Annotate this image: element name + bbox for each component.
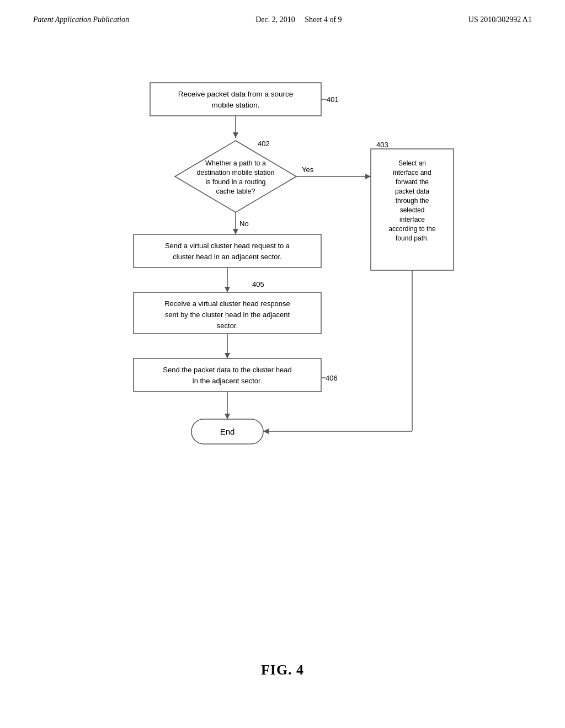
node-401: Receive packet data from a source mobile… [150,83,339,116]
page-header: Patent Application Publication Dec. 2, 2… [0,0,565,24]
svg-marker-7 [175,141,296,212]
svg-text:mobile station.: mobile station. [211,101,259,109]
flowchart-svg: Receive packet data from a source mobile… [89,77,476,574]
svg-text:through the: through the [396,197,429,205]
svg-text:interface and: interface and [393,169,431,176]
svg-text:cluster head in an adjacent se: cluster head in an adjacent sector. [173,253,281,261]
svg-text:cache table?: cache table? [216,188,255,195]
svg-rect-31 [134,234,321,267]
svg-text:selected: selected [400,206,425,214]
svg-text:destination mobile station: destination mobile station [196,169,274,176]
svg-text:Receive packet data from a sou: Receive packet data from a source [178,90,294,98]
svg-marker-49 [225,414,230,419]
svg-text:sector.: sector. [217,322,238,330]
svg-marker-28 [233,229,238,234]
svg-marker-54 [263,429,269,434]
svg-text:is found in a routing: is found in a routing [205,178,265,186]
svg-text:Send a virtual cluster head re: Send a virtual cluster head request to a [165,242,290,250]
svg-text:402: 402 [258,140,270,148]
svg-marker-6 [233,132,238,138]
svg-text:in the adjacent sector.: in the adjacent sector. [193,377,262,385]
svg-text:401: 401 [327,95,339,104]
svg-text:forward the: forward the [396,178,429,186]
svg-text:sent by the cluster head in th: sent by the cluster head in the adjacent [165,311,290,319]
svg-text:Whether a path to a: Whether a path to a [205,159,266,167]
svg-text:Select an: Select an [398,159,426,167]
node-406: Send the packet data to the cluster head… [134,358,338,392]
figure-caption: FIG. 4 [261,662,304,678]
svg-rect-0 [150,83,321,116]
header-date-sheet: Dec. 2, 2010 Sheet 4 of 9 [255,15,342,24]
svg-text:End: End [220,427,235,436]
header-publication-label: Patent Application Publication [33,15,129,24]
svg-marker-14 [365,174,371,179]
svg-marker-35 [225,287,230,292]
node-402: Whether a path to a destination mobile s… [175,140,296,212]
svg-text:Yes: Yes [302,165,314,174]
diagram-area: Receive packet data from a source mobile… [0,77,565,601]
svg-text:406: 406 [326,374,338,382]
svg-text:Receive a virtual cluster head: Receive a virtual cluster head response [164,299,290,308]
node-404: Send a virtual cluster head request to a… [134,234,321,267]
svg-marker-42 [225,353,230,358]
svg-text:according to the: according to the [388,225,436,233]
header-patent-number: US 2010/302992 A1 [468,15,532,24]
svg-text:found path.: found path. [396,234,429,242]
node-end: End [191,419,263,444]
svg-rect-43 [134,358,321,392]
node-403: Select an interface and forward the pack… [371,141,454,270]
header-date: Dec. 2, 2010 [255,15,295,24]
svg-text:packet data: packet data [395,188,429,195]
svg-text:403: 403 [376,141,388,149]
node-405: Receive a virtual cluster head response … [134,292,321,334]
header-sheet: Sheet 4 of 9 [305,15,342,24]
svg-text:405: 405 [252,280,264,288]
svg-text:No: No [239,220,249,228]
svg-text:interface: interface [399,216,425,223]
svg-text:Send the packet data to the cl: Send the packet data to the cluster head [163,366,291,374]
